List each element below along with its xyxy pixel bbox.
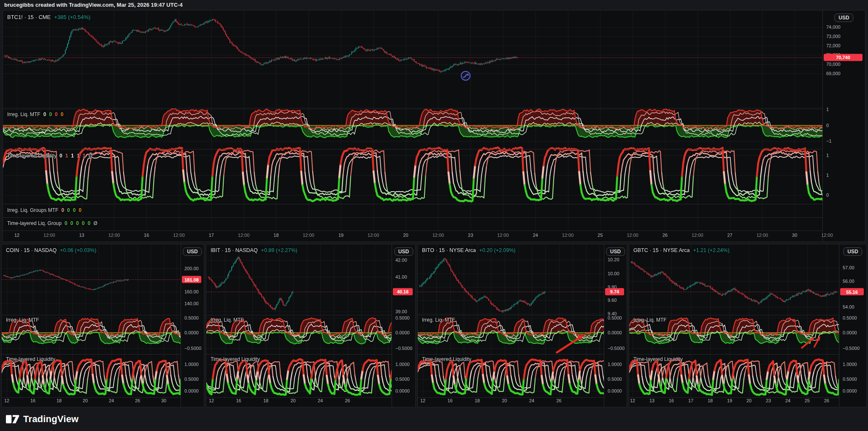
last-price-label: 181.08 [182, 276, 201, 283]
pane-label-irreg[interactable]: Irreg. Liq. MTF [6, 317, 39, 323]
tradingview-logo-icon [6, 414, 19, 425]
time-axis[interactable]: 1213161718192023242526 [629, 396, 866, 407]
time-tick-label: 24 [533, 233, 538, 238]
pane-label-groups[interactable]: Irreg. Liq. Groups MTF [7, 207, 58, 213]
time-tick-label: 19 [338, 233, 343, 238]
axis-tick-label: 0.0000 [608, 388, 622, 393]
currency-button[interactable]: USD [843, 247, 862, 256]
coin-plot-canvas[interactable] [2, 244, 181, 407]
pane-label-tll[interactable]: Time-layered Liquidity [633, 356, 683, 362]
price-axis[interactable]: USD 40.16 42.0041.0039.000.50000.0000−0.… [392, 244, 415, 407]
currency-button[interactable]: USD [834, 14, 853, 22]
ibit-legend: IBIT · 15 · NASDAQ +0.89 (+2.27%) [211, 247, 297, 253]
last-price-label: 9.74 [605, 288, 624, 295]
pane-divider[interactable] [629, 354, 866, 355]
pane-divider[interactable] [3, 204, 865, 204]
time-tick-label: 12:00 [433, 233, 444, 238]
axis-tick-label: 0.5000 [843, 377, 857, 382]
pane-label-tll-group[interactable]: Time-layered Liq. Group [7, 220, 62, 226]
price-axis[interactable]: USD 70,740 74,00073,00072,00071,00070,00… [822, 11, 865, 241]
ibit-plot-canvas[interactable] [206, 244, 392, 407]
bito-plot-canvas[interactable] [418, 244, 604, 407]
time-tick-label: 24 [785, 398, 790, 403]
time-tick-label: 26 [662, 233, 668, 238]
time-tick-label: 30 [161, 398, 166, 403]
legend-value: 0 [43, 111, 46, 117]
pane-values-tll-group: 00000Ø [62, 219, 97, 227]
pane-label-tll[interactable]: Time-layered Liquidity [7, 153, 57, 159]
legend-value: 1 [83, 153, 86, 159]
arrow-marker-drawing[interactable] [460, 70, 471, 83]
time-tick-label: 12:00 [562, 233, 574, 238]
time-axis[interactable]: 121618202426 [418, 396, 627, 407]
time-axis[interactable]: 121618202426 [206, 396, 415, 407]
axis-tick-label: 1.0000 [395, 362, 410, 367]
attribution-bar: brucegibbs created with TradingView.com,… [0, 0, 868, 9]
time-tick-label: 26 [345, 398, 350, 403]
pane-legend-tll-group: Time-layered Liq. Group 00000Ø [7, 219, 97, 227]
pane-label-irreg[interactable]: Irreg. Liq. MTF [211, 317, 244, 323]
legend-value: Ø [88, 153, 92, 159]
pane-legend-groups: Irreg. Liq. Groups MTF 0000 [7, 206, 81, 214]
pane-divider[interactable] [206, 315, 415, 315]
price-axis[interactable]: USD 9.74 10.2010.009.809.609.400.50000.0… [604, 244, 627, 407]
time-axis[interactable]: 12161820242630 [2, 396, 204, 407]
time-tick-label: 18 [57, 398, 62, 403]
currency-button[interactable]: USD [394, 247, 413, 256]
btc-plot-canvas[interactable] [3, 11, 823, 241]
price-axis[interactable]: USD 55.16 57.0056.0054.000.50000.0000−0.… [839, 244, 866, 407]
chart-ibit[interactable]: IBIT · 15 · NASDAQ +0.89 (+2.27%) Irreg.… [206, 244, 416, 407]
pane-label-irreg[interactable]: Irreg. Liq. MTF [7, 111, 41, 117]
price-axis[interactable]: USD 181.08 200.00160.00140.000.50000.000… [181, 244, 204, 407]
symbol-title[interactable]: GBTC · 15 · NYSE Arca [633, 247, 690, 253]
symbol-change: +0.20 (+2.09%) [479, 247, 516, 253]
axis-tick-label: 0.0000 [843, 330, 857, 335]
time-tick-label: 16 [236, 398, 241, 403]
pane-divider[interactable] [2, 315, 204, 315]
legend-value: 0 [55, 111, 58, 117]
time-tick-label: 12 [209, 398, 214, 403]
chart-gbtc[interactable]: GBTC · 15 · NYSE Arca +1.21 (+2.24%) Irr… [629, 244, 867, 407]
pane-label-irreg[interactable]: Irreg. Liq. MTF [633, 317, 667, 323]
pane-label-irreg[interactable]: Irreg. Liq. MTF [422, 317, 455, 323]
axis-tick-label: 69,000 [826, 71, 841, 76]
axis-tick-label: 0.5000 [184, 377, 199, 382]
pane-label-tll[interactable]: Time-layered Liquidity [422, 356, 471, 362]
symbol-title[interactable]: IBIT · 15 · NASDAQ [211, 247, 258, 253]
chart-btc[interactable]: BTC1! · 15 · CME +385 (+0.54%) Irreg. Li… [3, 10, 865, 242]
time-axis[interactable]: 1212:001312:001612:001712:001812:001912:… [3, 230, 865, 241]
pane-divider[interactable] [3, 217, 865, 218]
time-tick-label: 13 [649, 398, 654, 403]
time-tick-label: 12 [630, 398, 635, 403]
axis-tick-label: 1 [826, 153, 829, 158]
time-tick-label: 30 [792, 233, 797, 238]
pane-divider[interactable] [418, 315, 627, 315]
symbol-title[interactable]: BTC1! · 15 · CME [7, 14, 51, 20]
pane-divider[interactable] [206, 354, 415, 355]
last-price-label: 40.16 [393, 288, 413, 295]
tradingview-logo[interactable]: TradingView [6, 414, 78, 425]
axis-tick-label: 0 [826, 123, 829, 128]
chart-coin[interactable]: COIN · 15 · NASDAQ +0.06 (+0.03%) Irreg.… [1, 244, 204, 407]
axis-tick-label: −0.5000 [608, 346, 625, 351]
pane-divider[interactable] [418, 354, 627, 355]
legend-value: 0 [88, 220, 91, 226]
axis-tick-label: −1 [826, 138, 832, 144]
legend-value: 0 [82, 220, 85, 226]
btc-legend: BTC1! · 15 · CME +385 (+0.54%) [7, 14, 90, 20]
pane-label-tll[interactable]: Time-layered Liquidity [6, 356, 55, 362]
pane-divider[interactable] [3, 149, 865, 149]
pane-divider[interactable] [629, 315, 866, 315]
pane-label-tll[interactable]: Time-layered Liquidity [211, 356, 260, 362]
pane-divider[interactable] [3, 108, 865, 108]
symbol-title[interactable]: BITO · 15 · NYSE Arca [422, 247, 476, 253]
gbtc-plot-canvas[interactable] [629, 244, 839, 407]
pane-values-tll: 01111Ø [57, 152, 92, 159]
pane-values-irreg: 0000 [41, 110, 64, 118]
symbol-title[interactable]: COIN · 15 · NASDAQ [6, 247, 57, 253]
time-tick-label: 12:00 [43, 233, 55, 238]
chart-bito[interactable]: BITO · 15 · NYSE Arca +0.20 (+2.09%) Irr… [417, 244, 627, 407]
pane-divider[interactable] [2, 354, 204, 355]
currency-button[interactable]: USD [183, 247, 202, 256]
currency-button[interactable]: USD [606, 247, 625, 256]
